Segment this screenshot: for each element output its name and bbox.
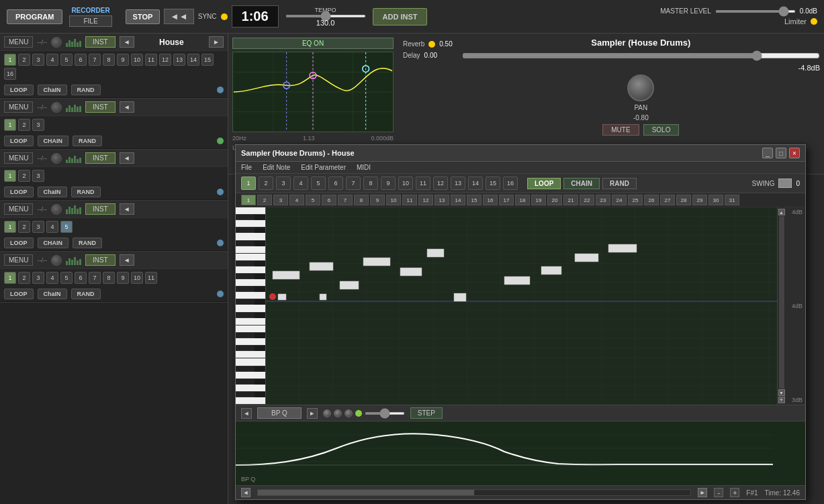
channel-3-inst-button[interactable]: INST (85, 152, 116, 164)
pattern-tab-15[interactable]: 15 (486, 177, 500, 190)
solo-button[interactable]: SOLO (643, 124, 680, 136)
piano-key-ab4[interactable] (236, 228, 255, 233)
step-1-13[interactable]: 13 (173, 54, 185, 66)
stepnum-25[interactable]: 25 (628, 195, 643, 205)
stop-button[interactable]: STOP (126, 9, 161, 24)
step-3-2[interactable]: 2 (18, 170, 30, 182)
channel-1-rand[interactable]: RAND (71, 85, 101, 95)
stepnum-16[interactable]: 16 (483, 195, 498, 205)
scroll-down-arrow[interactable]: ▼ (778, 389, 785, 396)
pattern-tab-14[interactable]: 14 (468, 177, 483, 190)
channel-1-tempo-knob[interactable] (51, 37, 62, 48)
scroll-up-arrow[interactable]: ▲ (778, 209, 785, 215)
param-slider[interactable] (365, 412, 405, 415)
pattern-tab-2[interactable]: 2 (259, 177, 273, 190)
pattern-tab-13[interactable]: 13 (451, 177, 465, 190)
stepnum-2[interactable]: 2 (257, 195, 272, 205)
stepnum-26[interactable]: 26 (644, 195, 659, 205)
piano-key-g2[interactable] (236, 385, 265, 392)
step-1-10[interactable]: 10 (131, 54, 143, 66)
piano-key-db4[interactable] (236, 274, 255, 279)
step-1-1[interactable]: 1 (4, 54, 16, 66)
scroll-thumb-v[interactable] (779, 216, 784, 389)
h-scroll-thumb[interactable] (258, 490, 474, 495)
channel-5-chain[interactable]: ChaIN (38, 289, 67, 299)
channel-1-inst-button[interactable]: INST (85, 36, 116, 48)
pattern-tab-11[interactable]: 11 (416, 177, 430, 190)
piano-key-c4[interactable] (236, 279, 265, 287)
step-5-8[interactable]: 8 (103, 272, 115, 284)
scroll-zoom-v[interactable]: + (778, 397, 785, 403)
step-5-7[interactable]: 7 (89, 272, 101, 284)
channel-2-chain[interactable]: CHAIN (38, 136, 69, 146)
step-5-3[interactable]: 3 (32, 272, 44, 284)
piano-key-a2[interactable] (236, 372, 265, 379)
file-button[interactable]: FILE (69, 15, 111, 27)
stepnum-24[interactable]: 24 (612, 195, 627, 205)
pattern-rand-button[interactable]: RAND (602, 178, 637, 189)
step-5-2[interactable]: 2 (18, 272, 30, 284)
channel-5-toggle[interactable] (217, 291, 224, 297)
menu-edit-parameter[interactable]: Edit Parameter (301, 164, 346, 171)
step-3-1[interactable]: 1 (4, 170, 16, 182)
channel-1-menu[interactable]: MENU (4, 36, 33, 48)
channel-5-arrow-left[interactable]: ◄ (120, 254, 134, 266)
channel-3-loop[interactable]: LOOP (4, 187, 34, 197)
step-4-4[interactable]: 4 (46, 221, 58, 233)
step-1-16[interactable]: 16 (4, 68, 16, 80)
pattern-tab-7[interactable]: 7 (346, 177, 361, 190)
piano-key-f4[interactable] (236, 246, 265, 254)
maximize-button[interactable]: □ (776, 148, 786, 158)
menu-midi[interactable]: MIDI (357, 164, 371, 171)
piano-key-bb2[interactable] (236, 366, 255, 372)
piano-key-f3[interactable] (236, 318, 265, 325)
piano-key-gb4[interactable] (236, 241, 255, 246)
stepnum-15[interactable]: 15 (467, 195, 482, 205)
pattern-tab-9[interactable]: 9 (381, 177, 396, 190)
step-1-15[interactable]: 15 (201, 54, 214, 66)
stepnum-22[interactable]: 22 (580, 195, 594, 205)
zoom-plus[interactable]: + (730, 488, 739, 497)
channel-1-chain[interactable]: ChaIN (38, 85, 67, 95)
stepnum-11[interactable]: 11 (402, 195, 417, 205)
stepnum-1[interactable]: 1 (241, 195, 256, 205)
pattern-tab-3[interactable]: 3 (276, 177, 291, 190)
channel-4-rand[interactable]: RAND (73, 238, 102, 248)
stepnum-31[interactable]: 31 (725, 195, 739, 205)
channel-4-inst-button[interactable]: INST (85, 203, 116, 215)
pattern-chain-button[interactable]: CHAIN (563, 178, 600, 189)
piano-key-a3[interactable] (236, 292, 265, 299)
stepnum-4[interactable]: 4 (289, 195, 304, 205)
panning-knob[interactable] (627, 74, 654, 101)
close-button[interactable]: × (789, 148, 800, 158)
step-5-9[interactable]: 9 (117, 272, 129, 284)
channel-3-tempo-knob[interactable] (51, 153, 62, 164)
stepnum-23[interactable]: 23 (596, 195, 610, 205)
step-1-3[interactable]: 3 (32, 54, 44, 66)
pattern-tab-16[interactable]: 16 (503, 177, 518, 190)
master-level-slider[interactable] (715, 10, 796, 13)
param-nav-right[interactable]: ► (307, 408, 318, 419)
menu-file[interactable]: File (241, 164, 252, 171)
minimize-button[interactable]: _ (762, 148, 773, 158)
channel-2-tempo-knob[interactable] (51, 102, 62, 113)
stepnum-14[interactable]: 14 (451, 195, 465, 205)
stepnum-7[interactable]: 7 (338, 195, 353, 205)
swing-slider[interactable] (778, 179, 792, 188)
channel-4-chain[interactable]: CHAIN (38, 238, 69, 248)
channel-5-loop[interactable]: LOOP (4, 289, 34, 299)
piano-key-b3[interactable] (236, 287, 255, 292)
scroll-h-left[interactable]: ◄ (241, 488, 250, 497)
pattern-loop-button[interactable]: LOOP (527, 178, 561, 189)
channel-4-loop[interactable]: LOOP (4, 238, 34, 248)
stepnum-28[interactable]: 28 (676, 195, 691, 205)
step-edit-button[interactable]: STEP (410, 407, 443, 419)
stepnum-13[interactable]: 13 (434, 195, 449, 205)
channel-4-arrow-left[interactable]: ◄ (120, 203, 134, 215)
step-1-11[interactable]: 11 (145, 54, 157, 66)
channel-3-chain[interactable]: ChaIN (38, 187, 67, 197)
vertical-scrollbar[interactable]: ▲ ▼ + (777, 207, 785, 405)
stepnum-5[interactable]: 5 (306, 195, 320, 205)
step-5-6[interactable]: 6 (75, 272, 87, 284)
stepnum-27[interactable]: 27 (660, 195, 675, 205)
